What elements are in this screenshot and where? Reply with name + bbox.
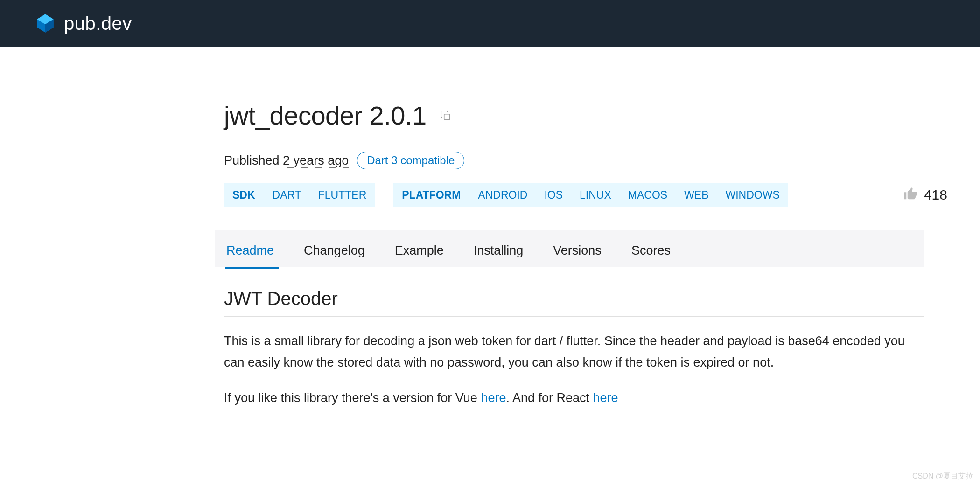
readme-description: This is a small library for decoding a j…: [224, 331, 924, 374]
package-header: jwt_decoder 2.0.1 Published 2 years ago …: [0, 47, 980, 169]
tag-linux[interactable]: LINUX: [571, 189, 620, 201]
react-link[interactable]: here: [593, 391, 618, 405]
tab-example[interactable]: Example: [380, 243, 459, 267]
published-info: Published 2 years ago: [224, 153, 349, 168]
tag-android[interactable]: ANDROID: [469, 189, 536, 201]
tabs: Readme Changelog Example Installing Vers…: [215, 230, 924, 267]
dart-compatibility-badge: Dart 3 compatible: [357, 152, 464, 169]
tag-web[interactable]: WEB: [676, 189, 717, 201]
tags-likes-row: SDK DART FLUTTER PLATFORM ANDROID IOS LI…: [0, 183, 980, 207]
likes-count: 418: [924, 187, 947, 203]
readme-heading: JWT Decoder: [224, 288, 924, 317]
tag-windows[interactable]: WINDOWS: [717, 189, 788, 201]
thumbs-up-icon[interactable]: [903, 187, 917, 203]
likes-container: 418: [903, 187, 947, 203]
platform-tag-group: PLATFORM ANDROID IOS LINUX MACOS WEB WIN…: [393, 183, 788, 207]
tab-installing[interactable]: Installing: [459, 243, 539, 267]
published-time: 2 years ago: [283, 153, 349, 168]
tag-flutter[interactable]: FLUTTER: [310, 189, 375, 201]
package-title: jwt_decoder 2.0.1: [224, 100, 427, 131]
readme-content: JWT Decoder This is a small library for …: [224, 288, 924, 409]
site-header: pub.dev: [0, 0, 980, 47]
svg-rect-3: [444, 114, 449, 119]
tab-readme[interactable]: Readme: [215, 243, 289, 267]
tag-macos[interactable]: MACOS: [620, 189, 676, 201]
vue-link[interactable]: here: [481, 391, 506, 405]
readme-links-paragraph: If you like this library there's a versi…: [224, 388, 924, 409]
site-name: pub.dev: [64, 13, 132, 34]
tag-dart[interactable]: DART: [264, 189, 310, 201]
tab-scores[interactable]: Scores: [616, 243, 686, 267]
sdk-tag-group: SDK DART FLUTTER: [224, 183, 375, 207]
package-meta: Published 2 years ago Dart 3 compatible: [224, 152, 980, 169]
copy-icon[interactable]: [440, 110, 452, 122]
tag-ios[interactable]: IOS: [536, 189, 571, 201]
tag-groups: SDK DART FLUTTER PLATFORM ANDROID IOS LI…: [224, 183, 788, 207]
logo[interactable]: pub.dev: [35, 13, 132, 34]
tab-versions[interactable]: Versions: [538, 243, 616, 267]
tab-changelog[interactable]: Changelog: [289, 243, 380, 267]
platform-label: PLATFORM: [393, 187, 469, 203]
sdk-label: SDK: [224, 187, 264, 203]
pub-dev-logo-icon: [35, 13, 56, 34]
